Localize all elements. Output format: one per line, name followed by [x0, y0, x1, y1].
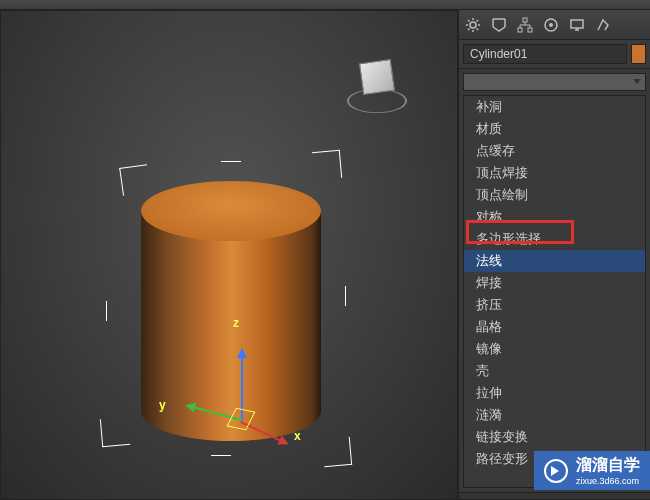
- panel-divider: [459, 492, 650, 500]
- modifier-item[interactable]: 顶点绘制: [464, 184, 645, 206]
- object-name-input[interactable]: [463, 44, 627, 64]
- motion-icon[interactable]: [541, 15, 561, 35]
- cylinder-top: [141, 181, 321, 241]
- command-panel-toolbar: [459, 10, 650, 40]
- modifier-item[interactable]: 材质: [464, 118, 645, 140]
- object-name-row: [459, 40, 650, 69]
- view-cube-box[interactable]: [359, 59, 395, 95]
- modifier-list[interactable]: 补洞 材质 点缓存 顶点焊接 顶点绘制 对称 多边形选择 法线 焊接 挤压 晶格…: [463, 95, 646, 488]
- axis-label-y: y: [159, 398, 166, 412]
- modifier-item[interactable]: 晶格: [464, 316, 645, 338]
- modifier-item[interactable]: 对称: [464, 206, 645, 228]
- app-top-bar: [0, 0, 650, 10]
- viewport-3d[interactable]: z y x: [0, 10, 458, 500]
- modifier-item[interactable]: 链接变换: [464, 426, 645, 448]
- modifier-item[interactable]: 多边形选择: [464, 228, 645, 250]
- modifier-item[interactable]: 焊接: [464, 272, 645, 294]
- svg-rect-6: [571, 20, 583, 28]
- svg-point-0: [470, 22, 476, 28]
- modifier-item[interactable]: 镜像: [464, 338, 645, 360]
- display-icon[interactable]: [567, 15, 587, 35]
- modifier-item[interactable]: 点缓存: [464, 140, 645, 162]
- modifier-dropdown[interactable]: [463, 73, 646, 91]
- axis-label-z: z: [233, 316, 239, 330]
- modifier-item-selected[interactable]: 法线: [464, 250, 645, 272]
- svg-rect-3: [528, 28, 532, 32]
- watermark-text: 溜溜自学 zixue.3d66.com: [576, 455, 640, 486]
- modifier-item[interactable]: 壳: [464, 360, 645, 382]
- gear-icon[interactable]: [463, 15, 483, 35]
- modifier-item[interactable]: 拉伸: [464, 382, 645, 404]
- command-panel: 补洞 材质 点缓存 顶点焊接 顶点绘制 对称 多边形选择 法线 焊接 挤压 晶格…: [458, 10, 650, 500]
- hierarchy-icon[interactable]: [515, 15, 535, 35]
- svg-point-5: [549, 23, 553, 27]
- watermark-title: 溜溜自学: [576, 455, 640, 476]
- object-color-swatch[interactable]: [631, 44, 646, 64]
- utilities-icon[interactable]: [593, 15, 613, 35]
- modifier-item[interactable]: 顶点焊接: [464, 162, 645, 184]
- play-icon: [544, 459, 568, 483]
- modifier-item[interactable]: 涟漪: [464, 404, 645, 426]
- modifier-item[interactable]: 补洞: [464, 96, 645, 118]
- modify-icon[interactable]: [489, 15, 509, 35]
- watermark-url: zixue.3d66.com: [576, 476, 640, 486]
- svg-rect-1: [523, 18, 527, 22]
- main-container: z y x: [0, 10, 650, 500]
- modifier-item[interactable]: 挤压: [464, 294, 645, 316]
- view-cube[interactable]: [347, 51, 407, 111]
- watermark: 溜溜自学 zixue.3d66.com: [534, 451, 650, 490]
- transform-gizmo[interactable]: [196, 371, 296, 471]
- svg-rect-2: [518, 28, 522, 32]
